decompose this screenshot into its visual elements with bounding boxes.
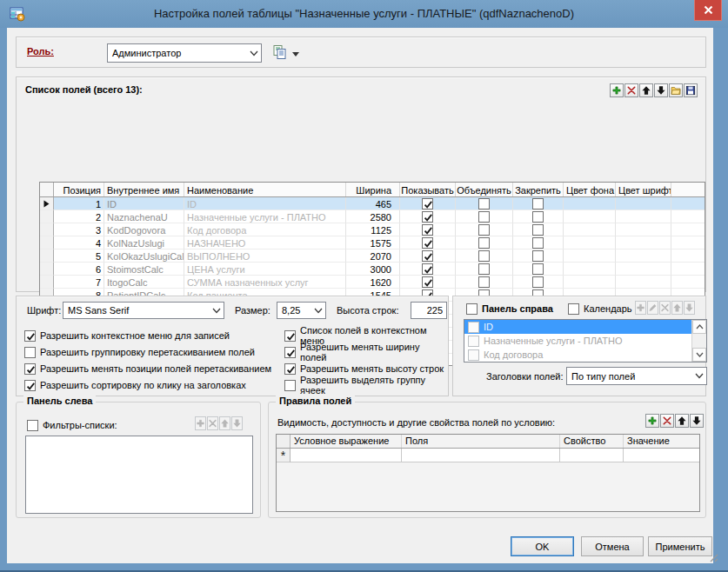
internal-name-cell[interactable]: KolOkazUslugiCalc bbox=[104, 249, 184, 263]
bg-color-cell[interactable] bbox=[564, 263, 616, 276]
show-checkbox[interactable] bbox=[422, 224, 433, 236]
field-row[interactable]: 2NaznachenaUНазначенные услуги - ПЛАТНО2… bbox=[40, 210, 705, 223]
field-headers-combobox[interactable]: По типу полей bbox=[566, 367, 707, 385]
move-up-button[interactable] bbox=[639, 83, 653, 97]
width-cell[interactable]: 1620 bbox=[346, 276, 400, 289]
internal-name-cell[interactable]: KolNazUslugi bbox=[104, 236, 184, 249]
position-cell[interactable]: 4 bbox=[54, 236, 104, 249]
caption-cell[interactable]: ВЫПОЛНЕНО bbox=[184, 249, 346, 263]
field-list-item[interactable]: ID bbox=[464, 320, 691, 334]
option-checkbox[interactable] bbox=[284, 347, 296, 358]
caption-cell[interactable]: Код договора bbox=[184, 223, 346, 236]
internal-name-cell[interactable]: ItogoCalc bbox=[104, 276, 184, 289]
caption-cell[interactable]: СУММА назначенных услуг bbox=[184, 276, 346, 289]
caption-cell[interactable]: НАЗНАЧЕНО bbox=[184, 236, 346, 249]
font-combobox[interactable]: MS Sans Serif bbox=[63, 302, 224, 319]
pin-checkbox[interactable] bbox=[532, 198, 544, 210]
copy-settings-button[interactable] bbox=[272, 43, 312, 63]
bg-color-cell[interactable] bbox=[564, 210, 616, 223]
width-cell[interactable]: 465 bbox=[346, 197, 400, 210]
pin-checkbox[interactable] bbox=[532, 250, 544, 262]
bg-color-cell[interactable] bbox=[564, 236, 616, 249]
show-checkbox[interactable] bbox=[422, 211, 433, 223]
filters-listbox[interactable] bbox=[25, 436, 253, 514]
rule-value-cell[interactable] bbox=[624, 449, 700, 462]
calendar-checkbox[interactable] bbox=[568, 303, 579, 315]
bg-color-cell[interactable] bbox=[564, 197, 616, 210]
rules-column-header[interactable]: Значение bbox=[624, 435, 700, 448]
row-selector[interactable] bbox=[40, 210, 54, 223]
merge-checkbox[interactable] bbox=[478, 198, 490, 210]
column-header[interactable]: Ширина bbox=[346, 183, 400, 196]
scroll-up-icon[interactable] bbox=[692, 320, 706, 334]
position-cell[interactable]: 7 bbox=[54, 276, 104, 289]
column-header[interactable]: Цвет шрифта bbox=[616, 183, 671, 196]
font-color-cell[interactable] bbox=[616, 249, 671, 263]
position-cell[interactable]: 5 bbox=[54, 249, 104, 263]
pin-checkbox[interactable] bbox=[532, 263, 544, 275]
font-color-cell[interactable] bbox=[616, 236, 671, 249]
row-selector[interactable] bbox=[40, 223, 54, 236]
option-checkbox[interactable] bbox=[284, 363, 296, 375]
bg-color-cell[interactable] bbox=[564, 276, 616, 289]
position-cell[interactable]: 3 bbox=[54, 223, 104, 236]
pin-checkbox[interactable] bbox=[532, 224, 544, 236]
move-up-button[interactable] bbox=[675, 414, 689, 428]
merge-checkbox[interactable] bbox=[478, 263, 490, 275]
field-row[interactable]: 4KolNazUslugiНАЗНАЧЕНО1575 bbox=[40, 236, 705, 249]
role-combobox[interactable]: Администратор bbox=[107, 43, 262, 63]
column-header[interactable]: Позиция bbox=[54, 183, 104, 196]
field-row[interactable]: 1IDID465 bbox=[40, 197, 705, 210]
font-color-cell[interactable] bbox=[616, 223, 671, 236]
rules-column-header[interactable]: Свойство bbox=[560, 435, 624, 448]
right-panel-checkbox[interactable] bbox=[466, 303, 478, 315]
internal-name-cell[interactable]: StoimostCalc bbox=[104, 263, 184, 276]
column-header[interactable]: Цвет фона bbox=[564, 183, 616, 196]
option-checkbox[interactable] bbox=[24, 330, 36, 342]
show-checkbox[interactable] bbox=[422, 263, 433, 275]
width-cell[interactable]: 3000 bbox=[346, 263, 400, 276]
width-cell[interactable]: 1575 bbox=[346, 236, 400, 249]
field-row[interactable]: 5KolOkazUslugiCalcВЫПОЛНЕНО2070 bbox=[40, 249, 705, 263]
internal-name-cell[interactable]: KodDogovora bbox=[104, 223, 184, 236]
column-header[interactable]: Наименование bbox=[184, 183, 346, 196]
show-checkbox[interactable] bbox=[422, 250, 433, 262]
column-header[interactable]: Внутреннее имя bbox=[104, 183, 184, 196]
option-checkbox[interactable] bbox=[24, 347, 36, 358]
column-header[interactable]: Объединять bbox=[456, 183, 513, 196]
delete-button[interactable] bbox=[660, 414, 674, 428]
show-checkbox[interactable] bbox=[422, 237, 433, 249]
column-header[interactable]: Закрепить bbox=[513, 183, 564, 196]
save-button[interactable] bbox=[684, 83, 698, 97]
width-cell[interactable]: 2070 bbox=[346, 249, 400, 263]
width-cell[interactable]: 2580 bbox=[346, 210, 400, 223]
move-down-button[interactable] bbox=[654, 83, 668, 97]
row-height-input[interactable] bbox=[411, 302, 447, 319]
row-selector[interactable] bbox=[40, 249, 54, 263]
bg-color-cell[interactable] bbox=[564, 249, 616, 263]
rules-column-header[interactable]: Условное выражение bbox=[291, 435, 402, 448]
column-header[interactable]: Показывать bbox=[400, 183, 456, 196]
show-checkbox[interactable] bbox=[422, 276, 433, 288]
pin-checkbox[interactable] bbox=[532, 211, 544, 223]
option-checkbox[interactable] bbox=[24, 380, 36, 391]
row-selector[interactable] bbox=[40, 197, 54, 210]
rule-fields-cell[interactable] bbox=[402, 449, 560, 462]
filters-lists-checkbox[interactable] bbox=[27, 420, 38, 431]
pin-checkbox[interactable] bbox=[532, 276, 544, 288]
scroll-down-icon[interactable] bbox=[692, 348, 706, 362]
add-button[interactable] bbox=[645, 414, 659, 428]
show-checkbox[interactable] bbox=[422, 198, 433, 210]
resize-grip[interactable] bbox=[709, 553, 719, 565]
font-color-cell[interactable] bbox=[616, 263, 671, 276]
field-row[interactable]: 3KodDogovoraКод договора1125 bbox=[40, 223, 705, 236]
rules-column-header[interactable]: Поля bbox=[402, 435, 560, 448]
merge-checkbox[interactable] bbox=[478, 276, 490, 288]
rule-condition-cell[interactable] bbox=[291, 449, 402, 462]
pin-checkbox[interactable] bbox=[532, 237, 544, 249]
add-button[interactable] bbox=[610, 83, 624, 97]
width-cell[interactable]: 1125 bbox=[346, 223, 400, 236]
caption-cell[interactable]: ID bbox=[184, 197, 346, 210]
position-cell[interactable]: 2 bbox=[54, 210, 104, 223]
move-down-button[interactable] bbox=[690, 414, 704, 428]
